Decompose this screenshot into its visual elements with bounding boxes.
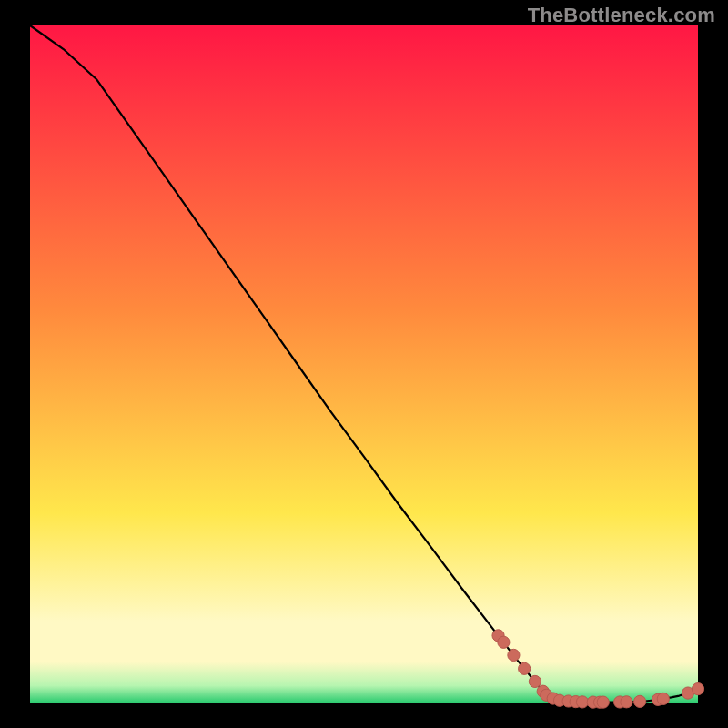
data-marker	[621, 696, 632, 708]
data-marker	[519, 662, 531, 674]
data-marker	[692, 683, 703, 695]
data-marker	[529, 675, 541, 687]
data-marker	[498, 636, 510, 648]
data-marker	[576, 696, 588, 708]
bottleneck-chart	[0, 0, 728, 728]
data-marker	[657, 693, 669, 704]
data-marker	[634, 695, 646, 707]
watermark-text: TheBottleneck.com	[528, 4, 715, 27]
data-marker	[597, 696, 609, 708]
data-marker	[508, 649, 520, 661]
chart-frame: { "watermark": "TheBottleneck.com", "col…	[0, 0, 728, 728]
